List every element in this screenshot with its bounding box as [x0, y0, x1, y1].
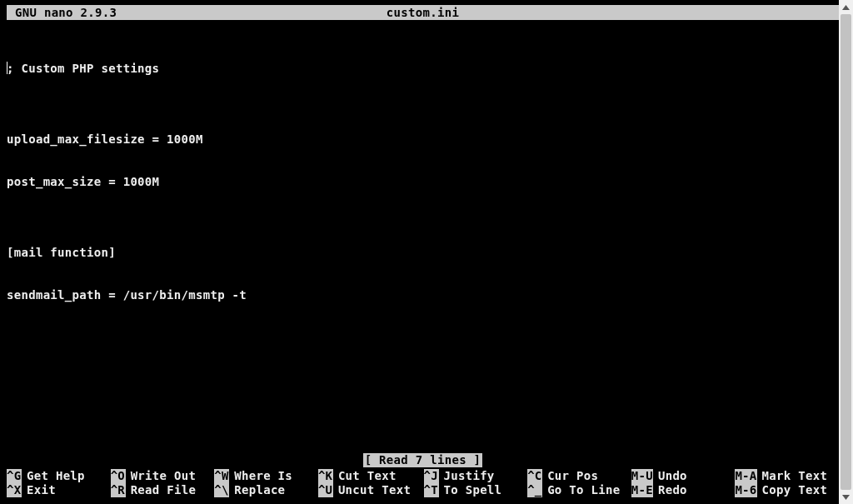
shortcut-label: Exit — [22, 483, 56, 497]
shortcut-key: M-E — [631, 483, 653, 497]
shortcut-row: ^GGet Help ^OWrite Out ^WWhere Is ^KCut … — [7, 469, 839, 483]
chevron-down-icon — [842, 495, 850, 500]
shortcut-key: ^G — [7, 469, 22, 483]
shortcut-label: Go To Line — [542, 483, 620, 497]
editor-line: [mail function] — [7, 246, 839, 260]
shortcut-label: Copy Text — [757, 483, 828, 497]
shortcut-label: Read File — [126, 483, 197, 497]
shortcut-key: ^K — [318, 469, 333, 483]
shortcut-redo[interactable]: M-ERedo — [631, 483, 736, 497]
shortcut-label: Justify — [439, 469, 495, 483]
shortcut-key: ^X — [7, 483, 22, 497]
shortcut-copy-text[interactable]: M-6Copy Text — [735, 483, 839, 497]
shortcut-get-help[interactable]: ^GGet Help — [7, 469, 111, 483]
shortcut-undo[interactable]: M-UUndo — [631, 469, 736, 483]
editor-text: [mail function] — [7, 246, 116, 259]
shortcut-key: ^J — [424, 469, 439, 483]
shortcut-key: M-U — [631, 469, 653, 483]
shortcut-cur-pos[interactable]: ^CCur Pos — [527, 469, 631, 483]
shortcut-read-file[interactable]: ^RRead File — [111, 483, 215, 497]
editor-line: ; Custom PHP settings — [7, 62, 839, 76]
shortcut-go-to-line[interactable]: ^_Go To Line — [527, 483, 631, 497]
shortcut-key: ^T — [424, 483, 439, 497]
shortcut-key: ^C — [527, 469, 542, 483]
shortcut-exit[interactable]: ^XExit — [7, 483, 111, 497]
scroll-up-button[interactable] — [839, 0, 853, 14]
shortcut-key: M-A — [735, 469, 756, 483]
editor-text: ; Custom PHP settings — [7, 62, 159, 75]
editor-line: sendmail_path = /usr/bin/msmtp -t — [7, 288, 839, 302]
shortcut-label: Cut Text — [333, 469, 397, 483]
filename: custom.ini — [387, 6, 459, 20]
shortcut-label: Where Is — [229, 469, 292, 483]
editor-line: post_max_size = 1000M — [7, 175, 839, 189]
status-message: [ Read 7 lines ] — [363, 453, 483, 467]
scroll-down-button[interactable] — [839, 490, 853, 504]
shortcut-uncut-text[interactable]: ^UUncut Text — [318, 483, 424, 497]
shortcut-label: To Spell — [439, 483, 502, 497]
chevron-up-icon — [842, 5, 850, 10]
shortcut-cut-text[interactable]: ^KCut Text — [318, 469, 424, 483]
shortcut-label: Write Out — [126, 469, 197, 483]
shortcut-label: Uncut Text — [333, 483, 411, 497]
shortcut-key: ^\ — [214, 483, 229, 497]
editor-pane[interactable]: ; Custom PHP settings upload_max_filesiz… — [7, 33, 839, 447]
shortcut-key: ^R — [111, 483, 126, 497]
shortcut-key: M-6 — [735, 483, 756, 497]
title-bar: GNU nano 2.9.3 custom.ini — [7, 5, 839, 20]
shortcut-label: Mark Text — [757, 469, 828, 483]
shortcut-replace[interactable]: ^\Replace — [214, 483, 318, 497]
shortcut-key: ^W — [214, 469, 229, 483]
shortcut-key: ^U — [318, 483, 333, 497]
shortcut-label: Replace — [229, 483, 285, 497]
editor-text: sendmail_path = /usr/bin/msmtp -t — [7, 288, 247, 302]
shortcut-label: Undo — [653, 469, 687, 483]
shortcut-key: ^O — [111, 469, 126, 483]
shortcut-key: ^_ — [527, 483, 542, 497]
scrollbar[interactable] — [839, 0, 853, 504]
editor-line: upload_max_filesize = 1000M — [7, 132, 839, 147]
shortcut-mark-text[interactable]: M-AMark Text — [735, 469, 839, 483]
shortcut-write-out[interactable]: ^OWrite Out — [111, 469, 215, 483]
editor-text: upload_max_filesize = 1000M — [7, 132, 203, 146]
shortcut-justify[interactable]: ^JJustify — [424, 469, 528, 483]
editor-text: post_max_size = 1000M — [7, 175, 159, 188]
scroll-track[interactable] — [839, 14, 853, 490]
shortcut-label: Redo — [653, 483, 687, 497]
shortcut-where-is[interactable]: ^WWhere Is — [214, 469, 318, 483]
status-bar: [ Read 7 lines ] — [7, 452, 839, 467]
shortcut-label: Cur Pos — [542, 469, 598, 483]
shortcut-to-spell[interactable]: ^TTo Spell — [424, 483, 528, 497]
app-title: GNU nano 2.9.3 — [8, 6, 117, 20]
shortcut-bar: ^GGet Help ^OWrite Out ^WWhere Is ^KCut … — [7, 469, 839, 497]
shortcut-row: ^XExit ^RRead File ^\Replace ^UUncut Tex… — [7, 483, 839, 497]
shortcut-label: Get Help — [22, 469, 85, 483]
scroll-thumb[interactable] — [841, 14, 851, 490]
